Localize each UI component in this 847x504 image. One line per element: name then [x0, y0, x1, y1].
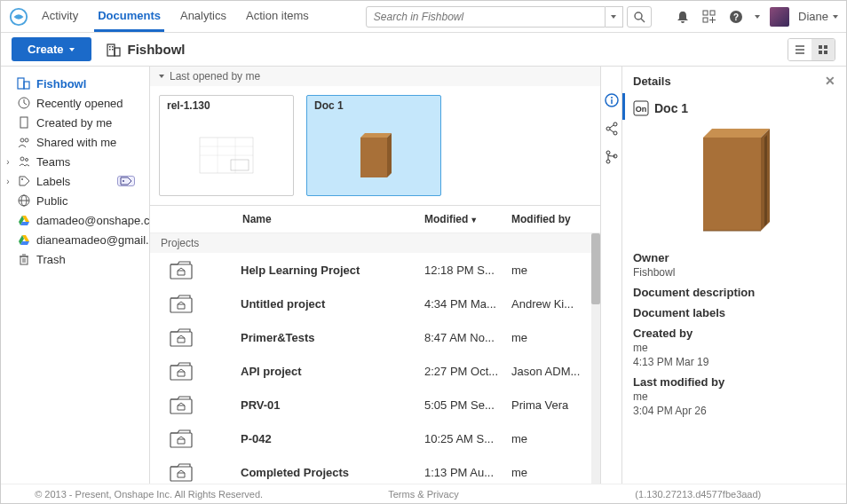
username-label: Diane — [798, 10, 828, 23]
sidebar-item-gdrive-1[interactable]: damadeo@onshape.com — [1, 210, 149, 230]
top-nav: Activity Documents Analytics Action item… — [1, 1, 846, 33]
sidebar-item-labels[interactable]: › Labels — [1, 171, 149, 191]
doc-card-title: rel-1.130 — [160, 96, 293, 115]
notifications-button[interactable] — [674, 8, 692, 26]
user-avatar[interactable] — [770, 7, 789, 27]
svg-rect-12 — [109, 46, 111, 48]
sidebar-item-public[interactable]: Public — [1, 191, 149, 210]
nav-tab-activity[interactable]: Activity — [38, 2, 82, 32]
table-row[interactable]: PRV-015:05 PM Se...Prima Vera — [150, 388, 600, 421]
svg-rect-38 — [20, 256, 28, 264]
table-row[interactable]: Untitled project4:34 PM Ma...Andrew Ki..… — [150, 287, 600, 320]
sidebar-item-teams[interactable]: › Teams — [1, 152, 149, 171]
caret-down-icon — [832, 13, 839, 20]
user-menu[interactable]: Diane — [798, 10, 839, 23]
sidebar-item-label: damadeo@onshape.com — [36, 214, 149, 227]
workspace-title: Fishbowl — [106, 42, 185, 58]
project-folder-icon — [168, 359, 194, 382]
sidebar-item-label: Teams — [36, 155, 70, 169]
sort-desc-icon: ▼ — [470, 216, 478, 224]
help-button[interactable]: ? — [727, 8, 745, 26]
modified-at-value: 3:04 PM Apr 26 — [633, 405, 835, 417]
footer-copyright: © 2013 - Present, Onshape Inc. All Right… — [12, 489, 286, 500]
chevron-right-icon: › — [4, 177, 12, 186]
svg-rect-4 — [710, 11, 715, 15]
owner-label: Owner — [633, 251, 835, 264]
nav-tab-action-items[interactable]: Action items — [242, 2, 313, 32]
nav-tab-analytics[interactable]: Analytics — [177, 2, 230, 32]
search-group — [366, 6, 652, 28]
svg-rect-20 — [824, 45, 827, 49]
apps-button[interactable] — [701, 8, 718, 26]
create-button[interactable]: Create — [12, 37, 91, 61]
svg-point-69 — [613, 131, 617, 135]
view-toggle — [788, 38, 835, 61]
search-input[interactable] — [366, 6, 606, 28]
search-dropdown-toggle[interactable] — [606, 6, 623, 28]
recent-section-toggle[interactable]: Last opened by me — [150, 67, 600, 86]
sidebar-item-created-by-me[interactable]: Created by me — [1, 113, 149, 132]
list-view-button[interactable] — [788, 39, 811, 60]
footer: © 2013 - Present, Onshape Inc. All Right… — [1, 484, 846, 503]
scrollbar-track[interactable] — [591, 233, 600, 484]
clock-icon — [17, 96, 31, 110]
svg-line-27 — [24, 103, 27, 105]
grid-view-button[interactable] — [811, 39, 835, 60]
search-button[interactable] — [627, 6, 652, 28]
caret-down-icon — [610, 13, 617, 20]
sidebar-item-label: Fishbowl — [36, 77, 86, 91]
bell-icon — [676, 10, 690, 24]
svg-line-71 — [610, 130, 613, 132]
app-logo[interactable] — [8, 6, 29, 28]
sidebar-item-trash[interactable]: Trash — [1, 249, 149, 269]
create-label: Create — [28, 43, 63, 56]
nav-tab-documents[interactable]: Documents — [94, 2, 164, 32]
svg-rect-19 — [819, 45, 822, 49]
row-modified-by: Prima Vera — [511, 398, 590, 412]
column-modified-by[interactable]: Modified by — [511, 213, 590, 225]
table-row[interactable]: API project2:27 PM Oct...Jason ADM... — [150, 354, 600, 388]
table-row[interactable]: Completed Projects1:13 PM Au...me — [150, 455, 600, 484]
column-modified[interactable]: Modified▼ — [424, 213, 511, 225]
row-modified: 1:13 PM Au... — [424, 466, 511, 479]
details-title: On Doc 1 — [622, 93, 835, 120]
doc-card-doc-1[interactable]: Doc 1 — [306, 95, 441, 196]
versions-button[interactable] — [605, 150, 619, 164]
table-row[interactable]: Primer&Tests8:47 AM No...me — [150, 320, 600, 354]
label-badge-icon — [117, 176, 135, 186]
svg-point-32 — [26, 159, 28, 161]
column-name[interactable]: Name — [242, 213, 424, 225]
sidebar-item-recently-opened[interactable]: Recently opened — [1, 93, 149, 113]
svg-rect-50 — [170, 264, 192, 279]
row-modified-by: me — [511, 466, 590, 479]
sidebar-item-gdrive-2[interactable]: dianeamadeo@gmail.c... — [1, 230, 149, 249]
sidebar-item-fishbowl[interactable]: Fishbowl — [1, 74, 149, 93]
scrollbar-thumb[interactable] — [591, 233, 600, 304]
svg-rect-54 — [170, 332, 192, 346]
footer-terms-link[interactable]: Terms & Privacy — [388, 489, 458, 500]
share-button[interactable] — [605, 122, 619, 136]
row-modified: 10:25 AM S... — [424, 432, 511, 445]
svg-rect-49 — [360, 138, 387, 177]
sidebar-item-label: Labels — [36, 175, 70, 188]
table-row[interactable]: Help Learning Project12:18 PM S...me — [150, 253, 600, 287]
group-row-projects: Projects — [150, 233, 600, 253]
table-row[interactable]: P-04210:25 AM S...me — [150, 421, 600, 455]
svg-point-33 — [21, 178, 23, 180]
svg-rect-52 — [170, 298, 192, 312]
row-name: PRV-01 — [241, 398, 424, 412]
labels-label: Document labels — [633, 306, 835, 319]
list-icon — [794, 43, 806, 56]
gdrive-icon — [17, 232, 31, 247]
column-modified-label: Modified — [424, 213, 468, 225]
doc-card-rel-1-130[interactable]: rel-1.130 — [159, 95, 294, 196]
info-button[interactable] — [605, 93, 619, 107]
svg-point-65 — [611, 97, 613, 98]
gdrive-icon — [17, 213, 31, 227]
owner-value: Fishbowl — [633, 266, 835, 279]
row-name: P-042 — [241, 432, 424, 445]
sidebar-item-shared-with-me[interactable]: Shared with me — [1, 132, 149, 152]
svg-rect-14 — [109, 49, 111, 51]
close-button[interactable]: ✕ — [825, 74, 835, 88]
building-icon — [106, 42, 122, 58]
